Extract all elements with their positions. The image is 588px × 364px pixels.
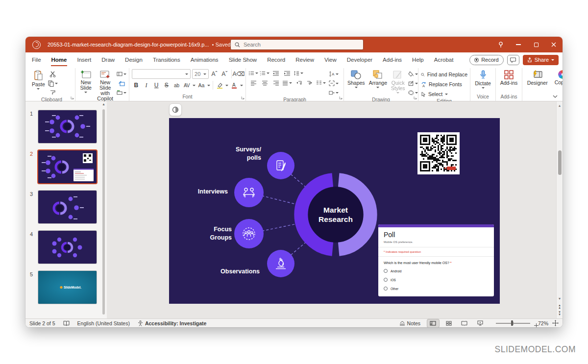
tab-home[interactable]: Home [51,53,68,66]
surveys-polls-label[interactable]: Surveys/ polls [212,146,261,162]
numbering-button[interactable] [260,69,270,77]
copilot-button[interactable]: Copilot [554,69,563,85]
zoom-slider[interactable] [496,323,530,324]
tab-record[interactable]: Record [267,53,286,66]
arrange-button[interactable]: Arrange [368,69,388,88]
close-button[interactable] [545,37,563,52]
powerpoint-icon[interactable] [32,41,41,49]
slide-thumbnail-1[interactable] [38,110,97,143]
convert-to-smartart-button[interactable] [329,89,339,97]
slide-copilot-button[interactable] [169,103,182,116]
tab-insert[interactable]: Insert [76,53,92,66]
slideshow-view-button[interactable] [474,319,486,327]
underline-button[interactable]: U [152,81,161,90]
language-button[interactable]: English (United States) [77,320,130,326]
poll-form[interactable]: Poll Mobile OS preference. * Indicates r… [378,224,494,296]
bold-button[interactable]: B [132,81,141,90]
radio-icon[interactable] [384,287,388,291]
add-ins-button[interactable]: Add-ins [499,69,519,86]
poll-option-other[interactable]: Other [378,284,494,293]
poll-option-ios[interactable]: iOS [378,275,494,284]
character-spacing-button[interactable]: AV [182,81,191,90]
copy-button[interactable] [48,79,58,87]
shape-effects-button[interactable] [408,89,418,97]
tab-view[interactable]: View [324,53,337,66]
tab-help[interactable]: Help [412,53,424,66]
slide-sorter-view-button[interactable] [443,319,455,327]
drawing-dialog-launcher[interactable] [414,96,417,99]
tab-developer[interactable]: Developer [346,53,373,66]
cut-button[interactable] [48,70,58,78]
font-name-combobox[interactable] [132,69,191,79]
clipboard-dialog-launcher[interactable] [71,96,74,99]
font-dialog-launcher[interactable] [241,96,245,99]
collapse-ribbon-button[interactable] [553,95,558,98]
next-slide-button[interactable]: ▾▾ [557,311,563,315]
align-right-button[interactable] [271,79,281,87]
increase-indent-button[interactable] [282,69,292,77]
decrease-indent-button[interactable] [271,69,281,77]
find-and-replace-button[interactable]: Find and Replace [421,71,467,78]
tab-review[interactable]: Review [295,53,315,66]
scroll-down-icon[interactable]: ▾ [557,296,563,301]
share-button[interactable]: Share [523,55,559,65]
normal-view-button[interactable] [427,319,439,327]
radio-icon[interactable] [384,278,388,282]
market-research-title[interactable]: Market Research [300,205,371,224]
thumbnail-scrollbar[interactable]: ▴ [101,102,106,317]
tab-transitions[interactable]: Transitions [152,53,181,66]
poll-option-android[interactable]: Android [378,267,494,275]
observations-label[interactable]: Observations [211,267,260,276]
slide-thumbnail-2-selected[interactable] [38,150,97,183]
fit-slide-to-window-button[interactable] [552,320,559,326]
designer-button[interactable]: Designer [526,69,549,86]
format-painter-button[interactable] [48,89,58,97]
radio-icon[interactable] [384,269,388,273]
search-input[interactable] [230,39,364,50]
tab-slide-show[interactable]: Slide Show [228,53,258,66]
minimize-button[interactable] [510,37,527,52]
shape-fill-button[interactable] [408,70,418,78]
location-pin-icon[interactable] [492,37,510,52]
tab-design[interactable]: Design [124,53,143,66]
add-remove-columns-button[interactable] [316,79,326,87]
strikethrough-button[interactable]: S [162,81,171,90]
align-left-button[interactable] [248,79,258,87]
scrollbar-thumb[interactable] [102,109,105,315]
notes-proofing-button[interactable] [63,320,70,326]
font-color-button[interactable]: A [230,81,239,90]
scroll-up-icon[interactable]: ▴ [557,103,563,108]
zoom-slider-thumb[interactable] [511,320,513,326]
line-spacing-button[interactable] [294,69,303,77]
slide-editing-area[interactable]: Surveys/ polls Interviews Focus Groups O… [169,118,500,304]
bullets-button[interactable] [248,69,258,77]
interviews-label[interactable]: Interviews [179,188,228,196]
select-button[interactable]: Select [421,90,467,98]
rtl-text-button[interactable] [305,79,315,87]
tab-add-ins[interactable]: Add-ins [382,53,402,66]
align-center-button[interactable] [260,79,270,87]
scroll-up-icon[interactable]: ▴ [101,102,106,106]
maximize-button[interactable] [527,37,545,52]
tab-acrobat[interactable]: Acrobat [434,53,454,66]
new-slide-with-copilot-button[interactable]: New Slide with Copilot [96,69,115,101]
tab-file[interactable]: File [31,53,42,66]
slide-layout-button[interactable] [117,70,126,78]
slide-indicator[interactable]: Slide 2 of 5 [29,320,55,326]
paragraph-dialog-launcher[interactable] [339,96,343,99]
justify-button[interactable] [282,79,292,87]
canvas-scrollbar[interactable]: ▴ ▾ ▴▴ ▾▾ [556,101,563,318]
shapes-button[interactable]: Shapes [346,69,366,88]
previous-slide-button[interactable]: ▴▴ [557,304,563,309]
qr-code[interactable] [417,132,460,174]
section-button[interactable] [117,89,126,97]
text-highlight-button[interactable] [216,81,224,90]
quick-styles-button[interactable]: Quick Styles [390,69,406,94]
new-slide-button[interactable]: New Slide [78,69,94,93]
font-size-combobox[interactable]: 20 [192,69,209,79]
slide-thumbnail-3[interactable] [38,191,97,223]
increase-font-size-button[interactable]: Aˆ [210,70,219,78]
decrease-font-size-button[interactable]: Aˇ [220,70,229,78]
ltr-text-button[interactable] [294,79,303,87]
reading-view-button[interactable] [459,319,470,327]
